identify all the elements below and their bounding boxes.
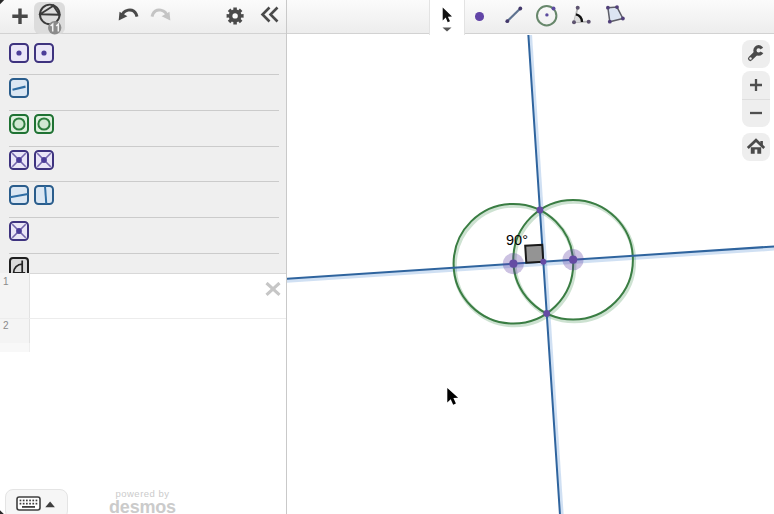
svg-text:90°: 90° [506,232,528,248]
